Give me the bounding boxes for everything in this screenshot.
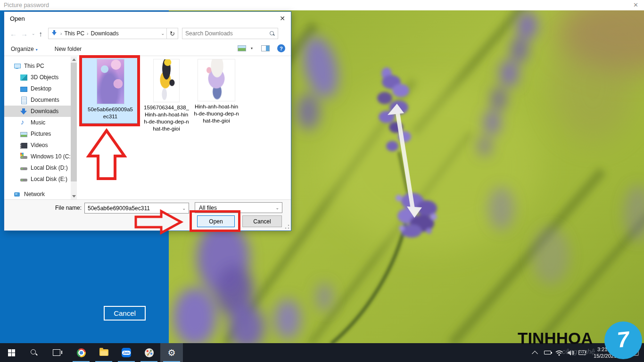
sidebar-item-pictures[interactable]: Pictures <box>4 128 71 140</box>
sidebar-item-documents[interactable]: Documents <box>4 94 71 106</box>
preview-pane-icon[interactable] <box>261 45 270 51</box>
sidebar-item-music[interactable]: Music <box>4 117 71 128</box>
picture-icon <box>20 132 27 137</box>
file-name-label: File name: <box>53 205 82 211</box>
thumbnail-view-icon[interactable] <box>238 45 246 51</box>
drive-icon <box>20 176 27 183</box>
search-box[interactable] <box>182 28 278 39</box>
search-icon <box>30 349 38 356</box>
doc-icon <box>20 97 27 104</box>
sidebar-item-desktop[interactable]: Desktop <box>4 83 71 94</box>
cube-icon <box>20 74 27 81</box>
file-explorer-icon <box>99 349 108 356</box>
sidebar-item-downloads[interactable]: Downloads <box>4 106 71 117</box>
taskbar-settings[interactable]: ⚙ <box>160 343 183 362</box>
annotation-arrow-up <box>86 128 127 181</box>
breadcrumb[interactable]: › This PC › Downloads ⌄ <box>48 28 167 39</box>
organize-menu[interactable]: Organize▾ <box>11 46 38 52</box>
annotation-arrow-right <box>134 209 184 235</box>
help-icon[interactable]: ? <box>277 44 285 52</box>
zalo-icon: Zalo <box>122 348 131 357</box>
chrome-icon <box>77 348 86 357</box>
file-thumbnail <box>198 59 235 101</box>
file-name-text: Hinh-anh-hoat-hinh-de-thuong-dep-nhat-th… <box>194 103 239 124</box>
desktop-icon <box>20 87 27 92</box>
screen: Cancel Picture password ✕ Open ✕ ← → ⌄ ↑… <box>0 0 644 362</box>
annotation-rect-open-button <box>190 210 240 232</box>
video-icon <box>20 143 27 148</box>
drive-icon <box>20 165 27 172</box>
search-icon <box>269 31 275 36</box>
new-folder-button[interactable]: New folder <box>55 46 82 52</box>
navigation-bar: ← → ⌄ ↑ › This PC › Downloads ⌄ ↻ <box>4 26 291 41</box>
taskbar-paint[interactable] <box>138 343 160 362</box>
watermark-brand: TINHHOA <box>518 329 593 348</box>
dialog-toolbar: Organize▾ New folder ▾ ? <box>4 42 291 56</box>
view-caret-icon[interactable]: ▾ <box>251 46 253 50</box>
taskbar-chrome[interactable] <box>70 343 92 362</box>
taskbar-file-explorer[interactable] <box>92 343 115 362</box>
forward-icon[interactable]: → <box>21 30 28 38</box>
settings-close-icon[interactable]: ✕ <box>633 1 638 8</box>
download-icon <box>20 108 27 115</box>
sidebar-item-this-pc[interactable]: This PC <box>4 60 71 72</box>
gear-icon: ⚙ <box>167 348 175 357</box>
scroll-up-icon[interactable] <box>71 57 77 63</box>
taskbar-zalo[interactable]: Zalo <box>115 343 138 362</box>
scrollbar-thumb[interactable] <box>71 63 77 181</box>
windows-logo-icon <box>8 349 15 356</box>
task-view-button[interactable] <box>48 343 65 362</box>
organize-caret-icon: ▾ <box>36 48 38 52</box>
pc-icon <box>14 63 21 70</box>
sidebar-scrollbar[interactable] <box>71 57 77 199</box>
picture-password-cancel-button[interactable]: Cancel <box>104 306 146 321</box>
back-icon[interactable]: ← <box>10 30 17 38</box>
sidebar-item-local-disk-e-[interactable]: Local Disk (E:) <box>4 173 71 185</box>
sidebar-item-windows-10-c-[interactable]: Windows 10 (C:) <box>4 151 71 162</box>
sidebar-item-network[interactable]: Network <box>4 189 71 199</box>
music-icon <box>20 119 27 126</box>
sidebar: This PC 3D Objects Desktop Documents Dow… <box>4 57 71 199</box>
taskbar-search-button[interactable] <box>25 343 42 362</box>
annotation-rect-selected-file <box>79 55 140 126</box>
start-button[interactable] <box>4 343 19 362</box>
up-icon[interactable]: ↑ <box>39 30 43 38</box>
paint-icon <box>145 348 154 357</box>
search-input[interactable] <box>185 30 269 37</box>
file-name-text: 1596706344_838_Hinh-anh-hoat-hinh-de-thu… <box>144 104 189 132</box>
refresh-icon[interactable]: ↻ <box>167 28 178 39</box>
sidebar-item-videos[interactable]: Videos <box>4 140 71 151</box>
breadcrumb-caret-icon[interactable]: ⌄ <box>161 31 165 36</box>
file-item[interactable]: Hinh-anh-hoat-hinh-de-thuong-dep-nhat-th… <box>194 57 239 127</box>
dialog-title: Open <box>10 15 25 22</box>
resize-grip[interactable] <box>285 224 289 229</box>
sidebar-item-local-disk-d-[interactable]: Local Disk (D:) <box>4 162 71 173</box>
breadcrumb-downloads[interactable]: Downloads <box>91 30 118 37</box>
dialog-close-icon[interactable]: ✕ <box>280 15 285 22</box>
drive-win-icon <box>20 153 27 160</box>
network-icon <box>14 191 21 198</box>
downloads-folder-icon <box>52 32 57 35</box>
dialog-cancel-button[interactable]: Cancel <box>242 215 282 227</box>
settings-titlebar: Picture password ✕ <box>0 0 644 10</box>
sidebar-item-3d-objects[interactable]: 3D Objects <box>4 72 71 83</box>
file-type-caret-icon: ⌄ <box>275 206 282 210</box>
settings-window-title: Picture password <box>4 2 49 8</box>
history-caret-icon[interactable]: ⌄ <box>32 31 35 36</box>
scroll-down-icon[interactable] <box>71 193 77 199</box>
watermark-badge: 7 <box>604 321 642 359</box>
open-file-dialog: Open ✕ ← → ⌄ ↑ › This PC › Downloads ⌄ ↻ <box>4 11 291 231</box>
breadcrumb-this-pc[interactable]: This PC <box>64 30 84 37</box>
file-thumbnail <box>154 59 179 102</box>
task-view-icon <box>53 349 60 356</box>
file-item[interactable]: 1596706344_838_Hinh-anh-hoat-hinh-de-thu… <box>144 57 189 135</box>
